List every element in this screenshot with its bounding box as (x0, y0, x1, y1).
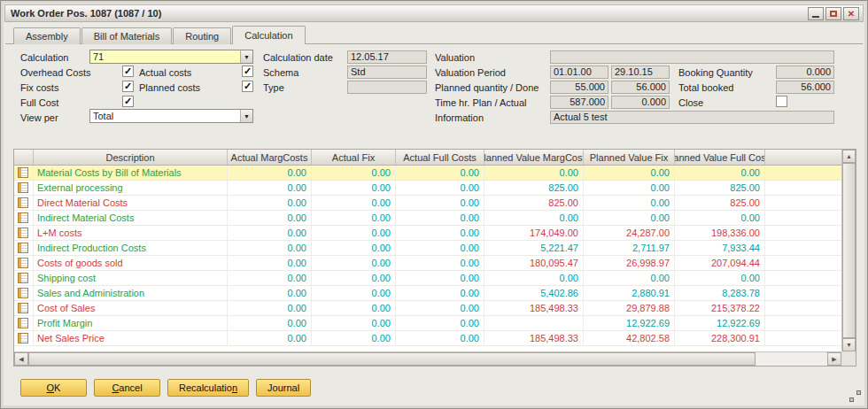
row-details-icon[interactable] (14, 196, 34, 210)
value-cell[interactable]: 0.00 (228, 256, 312, 270)
horizontal-scrollbar[interactable]: ◀ ▶ (14, 351, 841, 366)
value-cell[interactable]: 0.00 (396, 196, 484, 210)
horizontal-scrollbar-thumb[interactable] (28, 352, 756, 366)
value-cell[interactable]: 0.00 (584, 271, 675, 285)
value-cell[interactable]: 0.00 (396, 286, 484, 300)
value-cell[interactable]: 0.00 (312, 211, 396, 225)
value-cell[interactable]: 0.00 (228, 301, 312, 315)
chevron-down-icon[interactable]: ▼ (240, 50, 252, 63)
value-cell[interactable]: 0.00 (228, 316, 312, 330)
cancel-button[interactable]: Cancel (94, 379, 160, 397)
table-row[interactable]: Indirect Material Costs0.000.000.000.000… (14, 211, 841, 226)
value-cell[interactable]: 0.00 (584, 196, 675, 210)
value-cell[interactable]: 0.00 (675, 211, 765, 225)
value-cell[interactable]: 0.00 (396, 226, 484, 240)
value-cell[interactable]: 0.00 (312, 286, 396, 300)
column-header[interactable]: Planned Value Fix (584, 150, 675, 165)
row-details-icon[interactable] (14, 286, 34, 300)
row-details-icon[interactable] (14, 316, 34, 330)
value-cell[interactable]: 0.00 (228, 196, 312, 210)
value-cell[interactable]: 0.00 (228, 286, 312, 300)
table-row[interactable]: L+M costs0.000.000.00174,049.0024,287.00… (14, 226, 841, 241)
value-cell[interactable]: 0.00 (396, 331, 484, 345)
value-cell[interactable]: 0.00 (396, 271, 484, 285)
value-cell[interactable]: 185,498.33 (484, 301, 584, 315)
value-cell[interactable]: 0.00 (396, 241, 484, 255)
value-cell[interactable]: 0.00 (675, 271, 765, 285)
column-header[interactable]: Planned Value MargCosts (484, 150, 584, 165)
description-cell[interactable]: Indirect Production Costs (34, 241, 228, 255)
resize-grip[interactable] (849, 390, 861, 402)
recalculation-button[interactable]: Recalculation (167, 379, 249, 397)
column-header[interactable]: anned Value Full Cos (675, 150, 765, 165)
actual-costs-checkbox[interactable]: ✓ (242, 66, 253, 77)
ok-button[interactable]: OK (20, 379, 87, 397)
description-cell[interactable]: Indirect Material Costs (34, 211, 228, 225)
value-cell[interactable]: 26,998.97 (584, 256, 675, 270)
value-cell[interactable]: 0.00 (312, 196, 396, 210)
title-bar[interactable]: Work Order Pos. 1087 (1087 / 10) ✕ (4, 4, 864, 22)
description-cell[interactable]: Net Sales Price (34, 331, 228, 345)
value-cell[interactable]: 215,378.22 (675, 301, 765, 315)
value-cell[interactable]: 0.00 (484, 166, 584, 180)
value-cell[interactable]: 185,498.33 (484, 331, 584, 345)
value-cell[interactable]: 7,933.44 (675, 241, 765, 255)
table-row[interactable]: Indirect Production Costs0.000.000.005,2… (14, 241, 841, 256)
scroll-right-icon[interactable]: ▶ (827, 352, 841, 366)
column-header[interactable]: Description (34, 150, 228, 165)
value-cell[interactable]: 0.00 (484, 271, 584, 285)
overhead-costs-checkbox[interactable]: ✓ (122, 66, 134, 77)
column-header[interactable]: Actual Fix (312, 150, 396, 165)
table-row[interactable]: Cost of Sales0.000.000.00185,498.3329,87… (14, 301, 841, 316)
value-cell[interactable]: 0.00 (484, 211, 584, 225)
value-cell[interactable]: 0.00 (396, 211, 484, 225)
description-cell[interactable]: Material Costs by Bill of Materials (34, 166, 228, 180)
table-row[interactable]: Costs of goods sold0.000.000.00180,095.4… (14, 256, 841, 271)
value-cell[interactable]: 0.00 (396, 256, 484, 270)
value-cell[interactable]: 0.00 (228, 241, 312, 255)
value-cell[interactable]: 12,922.69 (584, 316, 675, 330)
value-cell[interactable]: 825.00 (675, 181, 765, 195)
value-cell[interactable]: 0.00 (228, 226, 312, 240)
value-cell[interactable]: 2,711.97 (584, 241, 675, 255)
row-details-icon[interactable] (14, 256, 34, 270)
value-cell[interactable]: 5,221.47 (484, 241, 584, 255)
table-row[interactable]: Profit Margin0.000.000.0012,922.6912,922… (14, 316, 841, 331)
column-header[interactable]: Actual MargCosts (228, 150, 312, 165)
chevron-down-icon[interactable]: ▼ (240, 110, 252, 122)
fix-costs-checkbox[interactable]: ✓ (122, 81, 134, 92)
minimize-button[interactable] (808, 7, 824, 20)
value-cell[interactable]: 0.00 (228, 166, 312, 180)
value-cell[interactable]: 0.00 (312, 316, 396, 330)
table-row[interactable]: Direct Material Costs0.000.000.00825.000… (14, 196, 841, 211)
scroll-up-icon[interactable]: ▲ (842, 150, 856, 163)
value-cell[interactable]: 0.00 (312, 241, 396, 255)
column-header[interactable]: Actual Full Costs (396, 150, 484, 165)
value-cell[interactable]: 0.00 (396, 166, 484, 180)
description-cell[interactable]: Shipping cost (34, 271, 228, 285)
view-per-combo[interactable]: Total ▼ (89, 109, 253, 123)
table-row[interactable]: External processing0.000.000.00825.000.0… (14, 181, 841, 196)
value-cell[interactable]: 42,802.58 (584, 331, 675, 345)
journal-button[interactable]: Journal (256, 379, 311, 397)
value-cell[interactable]: 29,879.88 (584, 301, 675, 315)
value-cell[interactable]: 198,336.00 (675, 226, 765, 240)
table-row[interactable]: Shipping cost0.000.000.000.000.000.00 (14, 271, 841, 286)
value-cell[interactable]: 0.00 (396, 301, 484, 315)
value-cell[interactable]: 2,880.91 (584, 286, 675, 300)
value-cell[interactable] (484, 316, 584, 330)
value-cell[interactable]: 24,287.00 (584, 226, 675, 240)
row-details-icon[interactable] (14, 181, 34, 195)
value-cell[interactable]: 0.00 (312, 226, 396, 240)
planned-costs-checkbox[interactable]: ✓ (242, 81, 253, 92)
table-row[interactable]: Net Sales Price0.000.000.00185,498.3342,… (14, 331, 841, 346)
value-cell[interactable]: 825.00 (484, 181, 584, 195)
maximize-button[interactable] (825, 7, 841, 20)
value-cell[interactable]: 0.00 (228, 331, 312, 345)
value-cell[interactable]: 0.00 (396, 316, 484, 330)
value-cell[interactable]: 0.00 (396, 181, 484, 195)
description-cell[interactable]: Sales and Administration (34, 286, 228, 300)
value-cell[interactable]: 0.00 (312, 271, 396, 285)
value-cell[interactable]: 0.00 (584, 181, 675, 195)
row-details-icon[interactable] (14, 331, 34, 345)
